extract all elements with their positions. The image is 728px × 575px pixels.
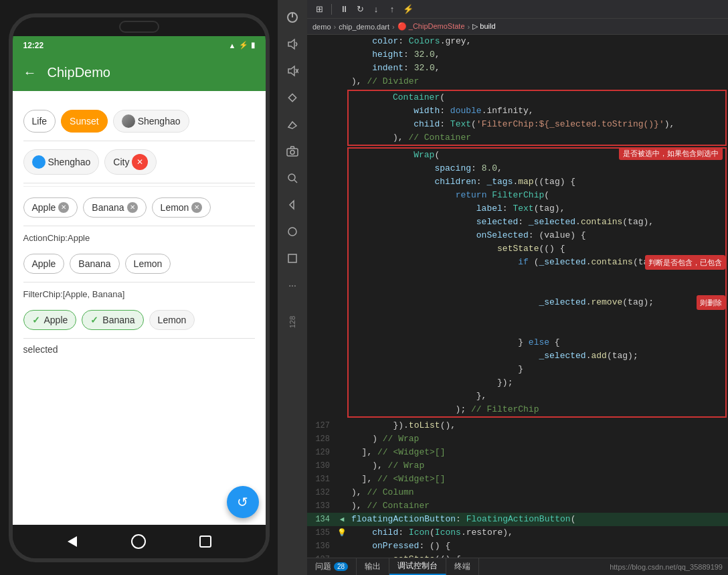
chip-apple-input[interactable]: Apple ✕	[23, 197, 78, 218]
grid-btn[interactable]: ⊞	[312, 3, 326, 16]
pause-btn[interactable]: ⏸	[337, 3, 351, 16]
status-bar: 12:22 ▲ ⚡ ▮	[13, 36, 266, 55]
breadcrumb-build: ▷ build	[472, 22, 495, 31]
app-bar: ← ChipDemo	[13, 55, 266, 91]
eraser-btn[interactable]	[280, 112, 304, 137]
chip-banana-filter[interactable]: ✓ Banana	[82, 310, 143, 330]
nav-home-btn[interactable]	[128, 531, 149, 552]
chip-apple-label: Apple	[32, 202, 56, 213]
chip-row-1: Life Sunset Shenghao	[23, 102, 255, 141]
chip-delete-red-icon[interactable]: ✕	[132, 154, 148, 170]
code-line: height: 32.0,	[307, 48, 728, 62]
fab-button[interactable]: ↺	[227, 486, 259, 518]
code-line: } else {	[349, 336, 725, 349]
code-line: 136 onPressed: () {	[307, 540, 728, 553]
code-editor[interactable]: color: Colors.grey, height: 32.0, indent…	[307, 35, 728, 558]
chip-lemon-delete[interactable]: ✕	[191, 202, 202, 213]
code-line: });	[349, 376, 725, 390]
chip-lemon-action[interactable]: Lemon	[125, 254, 171, 274]
chip-lemon-input[interactable]: Lemon ✕	[152, 197, 211, 218]
wifi-icon: ⚡	[239, 41, 248, 50]
svg-marker-5	[288, 66, 294, 76]
tab-terminal[interactable]: 终端	[446, 558, 479, 575]
code-line: onSelected: (value) {	[349, 229, 725, 242]
lightning-btn[interactable]: ⚡	[401, 3, 415, 16]
code-line-135: 135 💡 child: Icon(Icons.restore),	[307, 526, 728, 540]
code-line: _selected.add(tag);	[349, 349, 725, 363]
chip-row-4: Apple Banana Lemon	[23, 246, 255, 282]
breadcrumb-demo: demo	[312, 23, 331, 31]
problems-badge: 28	[334, 562, 348, 571]
chip-apple-action[interactable]: Apple	[23, 254, 65, 274]
camera-btn[interactable]	[280, 139, 304, 163]
code-line: 128 ) // Wrap	[307, 432, 728, 446]
step-over-btn[interactable]: ↓	[369, 3, 383, 16]
code-line: 133 ), // Container	[307, 499, 728, 513]
zoom-btn[interactable]	[280, 166, 304, 190]
divider-1	[23, 186, 255, 187]
chip-row-2: Shenghao City ✕	[23, 141, 255, 183]
chip-banana-action[interactable]: Banana	[70, 254, 119, 274]
code-line: _selected.remove(tag); 则删除	[349, 296, 725, 336]
speaker-off-btn[interactable]	[280, 59, 304, 83]
tab-debug-console[interactable]: 调试控制台	[389, 558, 446, 575]
step-into-btn[interactable]: ↑	[385, 3, 399, 16]
tab-problems[interactable]: 问题 28	[307, 558, 357, 575]
chip-city[interactable]: City ✕	[104, 149, 157, 175]
annotation-check-selected: 是否被选中，如果包含则选中	[619, 147, 723, 160]
nav-menu-icon	[199, 536, 211, 548]
chip-apple-filter[interactable]: ✓ Apple	[23, 310, 77, 330]
phone-content: Life Sunset Shenghao Shenghao City	[13, 91, 266, 525]
speaker-on-btn[interactable]	[280, 32, 304, 56]
container-block: Container( width: double.infinity, child…	[347, 90, 727, 146]
code-line: selected: _selected.contains(tag),	[349, 216, 725, 229]
chip-shenghao-1[interactable]: Shenghao	[113, 110, 189, 133]
code-line: return FilterChip(	[349, 189, 725, 202]
chip-shenghao-2[interactable]: Shenghao	[23, 149, 100, 175]
more-btn[interactable]: ···	[280, 273, 304, 297]
fab-icon: ↺	[237, 494, 248, 510]
breadcrumb: demo › chip_demo.dart › 🔴 _ChipDemoState…	[307, 19, 728, 35]
phone-container: 12:22 ▲ ⚡ ▮ ← ChipDemo Life Sunset	[0, 0, 278, 575]
back-arrow-btn[interactable]	[280, 193, 304, 217]
nav-back-btn[interactable]	[62, 531, 82, 552]
chip-banana-delete[interactable]: ✕	[127, 202, 138, 213]
breadcrumb-state: 🔴 _ChipDemoState	[397, 22, 465, 31]
chip-banana-input[interactable]: Banana ✕	[83, 197, 146, 218]
signal-icon: ▲	[229, 42, 236, 50]
annotation-remove-label: 则删除	[697, 295, 725, 310]
code-line: color: Colors.grey,	[307, 35, 728, 48]
chip-banana-label: Banana	[92, 202, 124, 213]
chip-row-5: ✓ Apple ✓ Banana Lemon	[23, 302, 255, 339]
power-btn[interactable]	[280, 5, 304, 29]
battery-icon: ▮	[251, 41, 255, 50]
diamond-btn[interactable]	[280, 86, 304, 110]
svg-rect-8	[288, 94, 296, 101]
svg-marker-14	[290, 201, 294, 209]
svg-point-15	[288, 228, 296, 236]
chip-life[interactable]: Life	[23, 110, 56, 133]
url-display: https://blog.csdn.net/qq_35889199	[610, 563, 728, 571]
chip-sunset[interactable]: Sunset	[61, 110, 108, 133]
circle-btn[interactable]	[280, 220, 304, 244]
chip-lemon-filter[interactable]: Lemon	[149, 310, 195, 330]
svg-point-11	[290, 151, 294, 155]
svg-rect-10	[287, 149, 298, 156]
code-line: 127 }).toList(),	[307, 419, 728, 432]
tab-output[interactable]: 输出	[357, 558, 389, 575]
check-icon-banana: ✓	[90, 315, 98, 325]
chip-apple-delete[interactable]: ✕	[58, 202, 69, 213]
phone: 12:22 ▲ ⚡ ▮ ← ChipDemo Life Sunset	[9, 13, 270, 562]
back-button[interactable]: ←	[23, 65, 37, 80]
code-line: spacing: 8.0,	[349, 162, 725, 175]
nav-back-icon	[68, 536, 77, 547]
code-line: ); // FilterChip	[349, 403, 725, 416]
square-btn[interactable]	[280, 246, 304, 270]
nav-menu-btn[interactable]	[195, 531, 215, 552]
phone-notch	[13, 17, 266, 36]
refresh-btn[interactable]: ↻	[353, 3, 367, 16]
svg-point-12	[288, 174, 295, 181]
chip-lemon-label: Lemon	[161, 202, 189, 213]
code-line: children: _tags.map((tag) {	[349, 175, 725, 189]
code-line: 129 ], // <Widget>[]	[307, 446, 728, 459]
